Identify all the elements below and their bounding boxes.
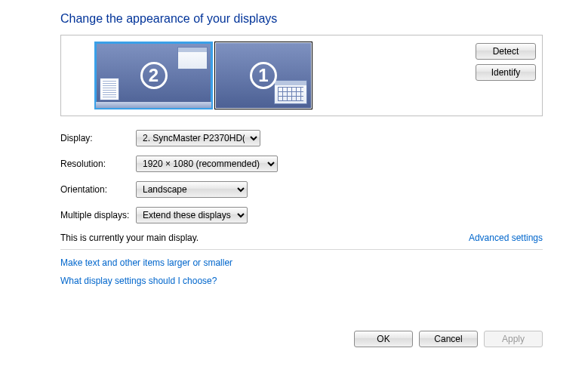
separator xyxy=(60,249,543,250)
display-label: Display: xyxy=(60,133,136,143)
resolution-label: Resolution: xyxy=(60,159,136,169)
ok-button[interactable]: OK xyxy=(354,331,413,347)
thumbnail-window xyxy=(100,78,119,100)
text-size-link[interactable]: Make text and other items larger or smal… xyxy=(60,257,543,268)
advanced-settings-link[interactable]: Advanced settings xyxy=(469,233,543,243)
thumbnail-window xyxy=(274,80,307,104)
orientation-select[interactable]: Landscape xyxy=(136,181,248,198)
display-select[interactable]: 2. SyncMaster P2370HD(Digital) xyxy=(136,130,260,146)
display-arrangement-area[interactable]: 2 1 Detect Identify xyxy=(60,35,543,116)
cancel-button[interactable]: Cancel xyxy=(419,331,478,347)
display-settings-help-link[interactable]: What display settings should I choose? xyxy=(60,276,543,286)
thumbnail-window xyxy=(177,47,208,69)
multiple-displays-select[interactable]: Extend these displays xyxy=(136,207,248,223)
monitor-number-badge: 2 xyxy=(140,62,168,89)
orientation-label: Orientation: xyxy=(60,184,136,195)
multiple-displays-label: Multiple displays: xyxy=(60,210,136,220)
resolution-select[interactable]: 1920 × 1080 (recommended) xyxy=(136,156,278,172)
page-title: Change the appearance of your displays xyxy=(60,12,543,26)
detect-button[interactable]: Detect xyxy=(476,43,536,60)
main-display-text: This is currently your main display. xyxy=(60,233,199,243)
apply-button[interactable]: Apply xyxy=(484,331,543,347)
monitor-number-badge: 1 xyxy=(250,62,277,89)
monitor-1[interactable]: 1 xyxy=(214,42,312,109)
thumbnail-taskbar xyxy=(96,102,211,108)
identify-button[interactable]: Identify xyxy=(476,64,536,81)
monitor-2[interactable]: 2 xyxy=(94,42,213,109)
